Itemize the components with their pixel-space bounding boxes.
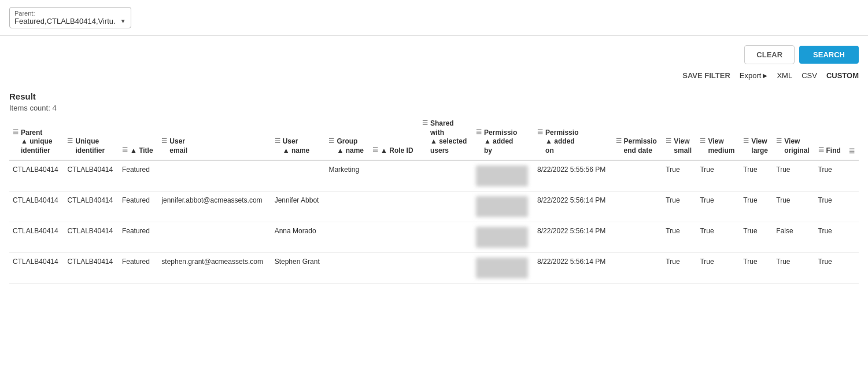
cell-view_small: True (662, 192, 696, 222)
menu-icon-unique[interactable]: ☰ (67, 137, 73, 145)
cell-permission_added_by: jennifer.temp@something.com (472, 160, 534, 192)
menu-icon-perm-by[interactable]: ☰ (476, 128, 482, 136)
cell-title: Featured (119, 253, 158, 284)
cell-shared_with_selected_users (419, 160, 472, 192)
col-header-permission-added-on[interactable]: ☰ Permissio ▲ added on (534, 115, 612, 160)
cell-permission_end_date (612, 253, 663, 284)
menu-icon-group-name[interactable]: ☰ (328, 137, 334, 145)
col-header-permission-end-date[interactable]: ☰ Permissio end date (612, 115, 663, 160)
export-label: Export (740, 71, 762, 80)
cell-role_id (369, 222, 419, 253)
export-button[interactable]: Export ▶ (740, 71, 768, 80)
cell-parent_unique_identifier: CTLALB40414 (9, 253, 64, 284)
cell-user_email (158, 160, 271, 192)
cell-group_name (325, 192, 369, 222)
cell-shared_with_selected_users (419, 222, 472, 253)
menu-icon-view-original[interactable]: ☰ (776, 137, 782, 145)
cell-unique_identifier: CTLALB40414 (64, 192, 118, 222)
cell-user_email: stephen.grant@acmeassets.com (158, 253, 271, 284)
result-section: Result Items count: 4 (0, 87, 868, 115)
menu-icon-find[interactable]: ☰ (818, 146, 824, 154)
cell-user_name: Jennifer Abbot (271, 192, 326, 222)
menu-icon-title[interactable]: ☰ (122, 146, 128, 154)
cell-permission_added_by: jennifer.temp@something.com (472, 192, 534, 222)
col-header-view-original[interactable]: ☰ View original (773, 115, 814, 160)
cell-permission_added_by: jennifer.temp@something.com (472, 222, 534, 253)
col-header-unique-identifier[interactable]: ☰ Unique identifier (64, 115, 118, 160)
table-row: CTLALB40414CTLALB40414Featuredjennifer.a… (9, 192, 859, 222)
cell-view_original: False (773, 222, 814, 253)
cell-view_medium: True (696, 222, 740, 253)
chevron-down-icon: ▼ (120, 18, 126, 24)
cell-view_medium: True (696, 192, 740, 222)
cell-permission_added_on: 8/22/2022 5:55:56 PM (534, 160, 612, 192)
save-filter-button[interactable]: SAVE FILTER (682, 71, 730, 80)
menu-icon-parent[interactable]: ☰ (13, 128, 19, 136)
menu-icon-shared[interactable]: ☰ (422, 119, 428, 127)
cell-view_medium: True (696, 160, 740, 192)
col-header-shared-selected-users[interactable]: ☰ Shared with ▲ selected users (419, 115, 472, 160)
cell-permission_added_on: 8/22/2022 5:56:14 PM (534, 253, 612, 284)
menu-icon-extra[interactable]: ☰ (849, 148, 855, 155)
clear-button[interactable]: CLEAR (744, 45, 795, 64)
cell-view_original: True (773, 160, 814, 192)
col-header-view-medium[interactable]: ☰ View medium (696, 115, 740, 160)
parent-dropdown[interactable]: Parent: Featured,CTLALB40414,Virtu. ▼ (9, 7, 131, 28)
menu-icon-perm-on[interactable]: ☰ (537, 128, 543, 136)
table-row: CTLALB40414CTLALB40414FeaturedAnna Morad… (9, 222, 859, 253)
col-header-find[interactable]: ☰ Find (815, 115, 845, 160)
cell-permission_end_date (612, 222, 663, 253)
cell-view_large: True (740, 222, 773, 253)
cell-permission_end_date (612, 160, 663, 192)
cell-view_medium: True (696, 253, 740, 284)
menu-icon-view-large[interactable]: ☰ (743, 137, 749, 145)
cell-permission_end_date (612, 192, 663, 222)
cell-find: True (815, 160, 845, 192)
menu-icon-view-small[interactable]: ☰ (666, 137, 671, 145)
menu-icon-view-medium[interactable]: ☰ (700, 137, 706, 145)
custom-button[interactable]: CUSTOM (826, 71, 859, 80)
col-header-view-large[interactable]: ☰ View large (740, 115, 773, 160)
cell-find: True (815, 222, 845, 253)
cell-view_small: True (662, 253, 696, 284)
cell-view_large: True (740, 192, 773, 222)
cell-title: Featured (119, 192, 158, 222)
col-header-view-small[interactable]: ☰ View small (662, 115, 696, 160)
col-header-parent-unique-identifier[interactable]: ☰ Parent ▲ unique identifier (9, 115, 64, 160)
cell-user_name: Stephen Grant (271, 253, 326, 284)
cell-view_small: True (662, 160, 696, 192)
col-header-title[interactable]: ☰ ▲ Title (119, 115, 158, 160)
cell-unique_identifier: CTLALB40414 (64, 160, 118, 192)
search-button[interactable]: SEARCH (799, 46, 859, 64)
cell-view_large: True (740, 253, 773, 284)
col-header-user-name[interactable]: ☰ User ▲ name (271, 115, 326, 160)
cell-title: Featured (119, 222, 158, 253)
cell-user_email: jennifer.abbot@acmeassets.com (158, 192, 271, 222)
menu-icon-user-email[interactable]: ☰ (161, 137, 167, 145)
col-header-role-id[interactable]: ☰ ▲ Role ID (369, 115, 419, 160)
cell-view_small: True (662, 222, 696, 253)
table-header-row: ☰ Parent ▲ unique identifier ☰ Unique i (9, 115, 859, 160)
cell-parent_unique_identifier: CTLALB40414 (9, 222, 64, 253)
csv-button[interactable]: CSV (801, 71, 817, 80)
cell-permission_added_by: jennifer.temp@something.com (472, 253, 534, 284)
cell-find: True (815, 253, 845, 284)
col-header-permission-added-by[interactable]: ☰ Permissio ▲ added by (472, 115, 534, 160)
menu-icon-role-id[interactable]: ☰ (372, 146, 378, 154)
cell-group_name (325, 222, 369, 253)
cell-parent_unique_identifier: CTLALB40414 (9, 160, 64, 192)
export-row: SAVE FILTER Export ▶ XML CSV CUSTOM (0, 69, 868, 87)
col-header-user-email[interactable]: ☰ User email (158, 115, 271, 160)
table-row: CTLALB40414CTLALB40414FeaturedMarketingj… (9, 160, 859, 192)
cell-unique_identifier: CTLALB40414 (64, 222, 118, 253)
col-header-group-name[interactable]: ☰ Group ▲ name (325, 115, 369, 160)
menu-icon-perm-end[interactable]: ☰ (616, 137, 622, 145)
menu-icon-user-name[interactable]: ☰ (275, 137, 280, 145)
cell-extra (845, 222, 859, 253)
cell-parent_unique_identifier: CTLALB40414 (9, 192, 64, 222)
cell-role_id (369, 160, 419, 192)
xml-button[interactable]: XML (777, 71, 792, 80)
cell-shared_with_selected_users (419, 253, 472, 284)
cell-role_id (369, 192, 419, 222)
cell-shared_with_selected_users (419, 192, 472, 222)
